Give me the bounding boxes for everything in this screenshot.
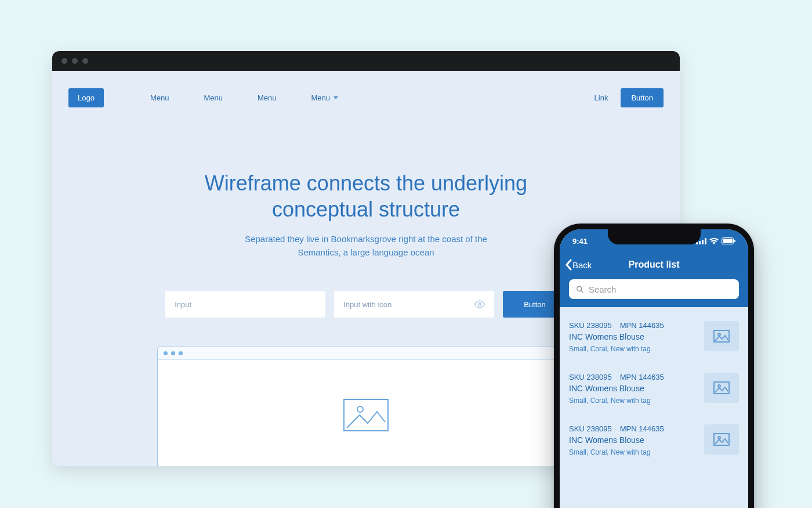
input-2[interactable]: Input with icon	[334, 291, 494, 318]
battery-icon	[722, 237, 735, 244]
product-name: INC Womens Blouse	[569, 384, 664, 393]
phone-navbar: Back Product list	[560, 253, 748, 277]
statusbar-icons	[696, 237, 735, 244]
chevron-left-icon	[564, 259, 572, 271]
phone-mockup: 9:41 Back Product list	[554, 224, 754, 508]
svg-point-15	[718, 385, 720, 387]
nav-link[interactable]: Link	[594, 93, 608, 102]
svg-rect-4	[699, 241, 701, 244]
input-1[interactable]: Input	[165, 291, 325, 318]
browser-titlebar	[52, 51, 680, 71]
product-name: INC Womens Blouse	[569, 435, 664, 445]
svg-point-13	[718, 333, 720, 336]
logo[interactable]: Logo	[68, 88, 104, 107]
traffic-light-minimize-icon[interactable]	[72, 58, 78, 64]
sku: SKU 238095	[569, 424, 612, 433]
svg-rect-9	[734, 240, 735, 242]
mock-dot-icon	[179, 351, 183, 355]
search-bar-container	[560, 277, 748, 307]
wifi-icon	[709, 237, 719, 244]
thumbnail	[704, 424, 739, 455]
svg-line-11	[581, 290, 583, 292]
thumbnail	[704, 321, 739, 351]
menu-item-1[interactable]: Menu	[150, 93, 169, 102]
product-sub: Small, Coral, New with tag	[569, 397, 664, 405]
list-item[interactable]: SKU 238095 MPN 144635 INC Womens Blouse …	[569, 365, 739, 416]
mpn: MPN 144635	[620, 424, 664, 433]
svg-rect-5	[702, 240, 704, 244]
search-field[interactable]	[589, 284, 732, 294]
menu-item-3[interactable]: Menu	[258, 93, 277, 102]
thumbnail	[704, 373, 739, 403]
list-item[interactable]: SKU 238095 MPN 144635 INC Womens Blouse …	[569, 313, 739, 365]
mock-dot-icon	[164, 351, 168, 355]
image-placeholder-window	[157, 347, 575, 466]
phone-notch	[608, 229, 701, 244]
mpn: MPN 144635	[620, 321, 664, 330]
product-list: SKU 238095 MPN 144635 INC Womens Blouse …	[560, 307, 748, 474]
svg-point-2	[357, 406, 363, 412]
menu-label: Menu	[311, 93, 331, 102]
product-sub: Small, Coral, New with tag	[569, 448, 664, 456]
list-item[interactable]: SKU 238095 MPN 144635 INC Womens Blouse …	[569, 416, 739, 468]
menu-label: Menu	[258, 93, 277, 102]
mock-titlebar	[158, 347, 574, 360]
svg-point-0	[478, 303, 481, 306]
eye-icon[interactable]	[474, 299, 485, 309]
product-name: INC Womens Blouse	[569, 332, 664, 341]
svg-rect-6	[705, 238, 706, 244]
traffic-light-zoom-icon[interactable]	[82, 58, 88, 64]
menu-label: Menu	[150, 93, 169, 102]
input-placeholder: Input with icon	[343, 300, 392, 309]
hero-subtitle: Separated they live in Bookmarksgrove ri…	[233, 233, 499, 259]
mpn: MPN 144635	[620, 373, 664, 381]
svg-rect-8	[723, 239, 733, 243]
chevron-down-icon	[334, 96, 338, 99]
phone-screen: 9:41 Back Product list	[560, 229, 748, 508]
input-placeholder: Input	[175, 300, 191, 309]
search-icon	[576, 285, 584, 294]
mock-dot-icon	[171, 351, 175, 355]
menu-items: Menu Menu Menu Menu	[150, 93, 338, 102]
sku: SKU 238095	[569, 373, 612, 381]
image-placeholder-icon	[713, 433, 730, 446]
search-input[interactable]	[569, 279, 739, 299]
image-placeholder-icon	[713, 381, 730, 394]
hero-title: Wireframe connects the underlying concep…	[177, 170, 554, 222]
product-sub: Small, Coral, New with tag	[569, 345, 664, 353]
top-nav: Logo Menu Menu Menu Menu Link Button	[52, 71, 680, 107]
menu-item-2[interactable]: Menu	[204, 93, 223, 102]
image-placeholder-icon	[343, 399, 389, 431]
menu-label: Menu	[204, 93, 223, 102]
back-button[interactable]: Back	[564, 259, 592, 271]
traffic-light-close-icon[interactable]	[61, 58, 67, 64]
statusbar-time: 9:41	[572, 237, 588, 246]
back-label: Back	[572, 260, 592, 270]
nav-button[interactable]: Button	[621, 88, 664, 107]
menu-item-4[interactable]: Menu	[311, 93, 339, 102]
svg-rect-1	[344, 399, 388, 431]
svg-point-17	[718, 437, 720, 439]
image-placeholder-icon	[713, 330, 730, 343]
phone-title: Product list	[628, 260, 679, 270]
sku: SKU 238095	[569, 321, 612, 330]
